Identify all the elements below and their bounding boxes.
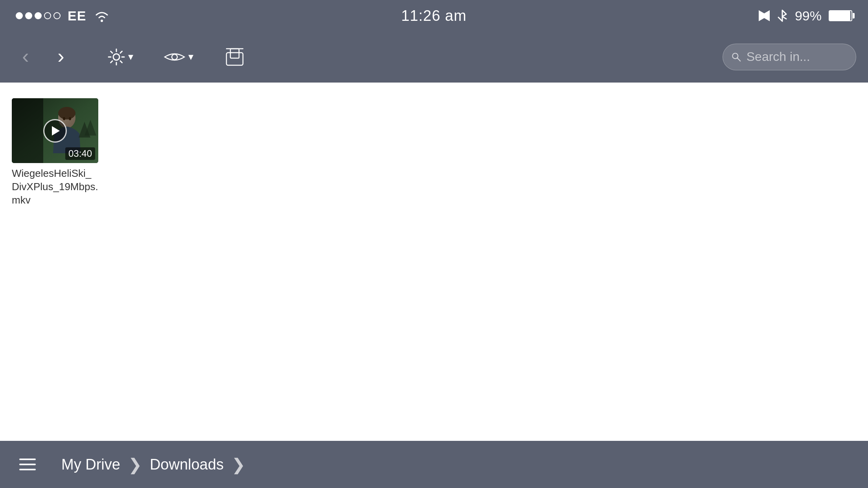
file-name: WiegelesHeliSki_DivXPlus_19Mbps.mkv	[12, 167, 98, 207]
hamburger-line-1	[19, 459, 36, 460]
carrier-label: EE	[68, 8, 86, 24]
svg-point-14	[69, 117, 71, 120]
svg-marker-1	[759, 10, 770, 21]
location-icon	[757, 9, 770, 23]
search-input[interactable]	[747, 50, 848, 64]
svg-rect-4	[226, 53, 243, 65]
duration-badge: 03:40	[65, 147, 95, 160]
breadcrumb-separator-2: ❯	[230, 455, 247, 474]
svg-point-3	[172, 54, 177, 60]
signal-dot-4	[44, 12, 51, 19]
battery-icon	[829, 10, 852, 21]
svg-rect-10	[12, 98, 43, 163]
svg-point-2	[113, 54, 120, 60]
hamburger-line-3	[19, 469, 36, 470]
view-dropdown-icon: ▾	[188, 51, 193, 63]
back-button[interactable]: ‹	[12, 43, 39, 71]
battery-percent: 99%	[795, 8, 822, 24]
signal-strength	[16, 12, 61, 19]
settings-dropdown-icon: ▾	[128, 51, 133, 63]
svg-point-13	[63, 117, 65, 120]
share-icon	[224, 46, 245, 68]
search-box[interactable]	[723, 44, 856, 70]
hamburger-icon	[19, 459, 36, 470]
play-button[interactable]	[43, 119, 67, 143]
svg-point-0	[101, 20, 103, 22]
search-icon	[731, 51, 742, 63]
bottom-bar: My Drive ❯ Downloads ❯	[0, 441, 868, 488]
svg-point-12	[58, 107, 75, 119]
view-button[interactable]: ▾	[158, 46, 199, 68]
status-left: EE	[16, 8, 110, 24]
share-button[interactable]	[219, 42, 251, 72]
svg-rect-5	[230, 49, 239, 58]
file-grid: 03:40 WiegelesHeliSki_DivXPlus_19Mbps.mk…	[12, 98, 856, 207]
breadcrumb-separator-1: ❯	[127, 455, 143, 474]
signal-dot-3	[35, 12, 42, 19]
settings-button[interactable]: ▾	[102, 44, 139, 70]
breadcrumb: My Drive ❯ Downloads ❯	[55, 452, 247, 477]
svg-line-8	[737, 58, 740, 61]
breadcrumb-my-drive[interactable]: My Drive	[55, 452, 127, 477]
file-item[interactable]: 03:40 WiegelesHeliSki_DivXPlus_19Mbps.mk…	[12, 98, 98, 207]
status-right: 99%	[757, 8, 852, 24]
play-triangle-icon	[52, 126, 60, 136]
video-thumbnail[interactable]: 03:40	[12, 98, 98, 163]
signal-dot-1	[16, 12, 23, 19]
hamburger-line-2	[19, 464, 36, 465]
clock: 11:26 am	[401, 7, 466, 24]
battery-body	[829, 10, 852, 21]
signal-dot-2	[25, 12, 32, 19]
wifi-icon	[93, 9, 110, 23]
bluetooth-icon	[777, 9, 788, 23]
gear-icon	[108, 48, 125, 66]
signal-dot-5	[53, 12, 61, 19]
menu-button[interactable]	[12, 449, 43, 480]
main-content: 03:40 WiegelesHeliSki_DivXPlus_19Mbps.mk…	[0, 83, 868, 441]
breadcrumb-downloads[interactable]: Downloads	[143, 452, 230, 477]
status-bar: EE 11:26 am 99%	[0, 0, 868, 31]
forward-button[interactable]: ›	[47, 43, 75, 71]
toolbar: ‹ › ▾ ▾	[0, 31, 868, 83]
eye-icon	[164, 50, 185, 64]
battery-fill	[829, 11, 850, 20]
